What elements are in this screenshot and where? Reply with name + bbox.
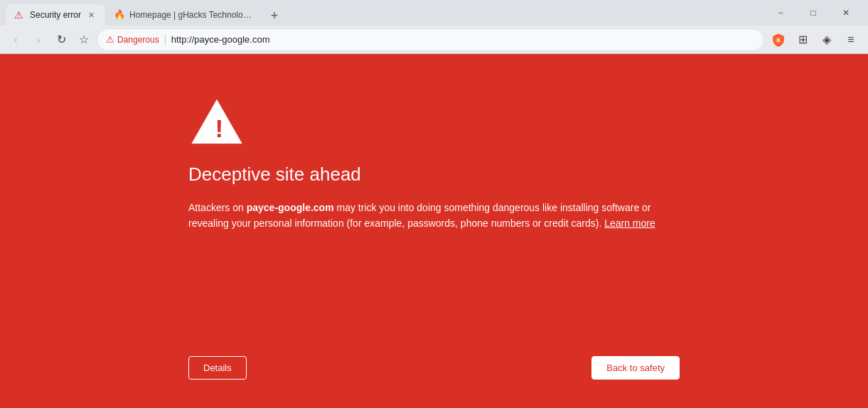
menu-button[interactable]: ≡ — [840, 28, 862, 51]
danger-triangle-icon: ⚠ — [106, 34, 114, 45]
learn-more-link[interactable]: Learn more — [604, 218, 655, 229]
dangerous-label: Dangerous — [117, 35, 159, 45]
bookmark-button[interactable]: ☆ — [74, 30, 94, 50]
title-bar: ⚠ Security error ✕ 🔥 Homepage | gHacks T… — [0, 0, 868, 26]
new-tab-button[interactable]: + — [264, 6, 284, 26]
tab-warning-icon: ⚠ — [14, 9, 26, 21]
tab-ghacks[interactable]: 🔥 Homepage | gHacks Technology News — [105, 4, 262, 26]
sidebar-toggle-button[interactable]: ⊞ — [791, 28, 814, 51]
page-content: ! Deceptive site ahead Attackers on payc… — [0, 54, 868, 408]
reload-button[interactable]: ↻ — [51, 30, 71, 50]
page-title: Deceptive site ahead — [188, 163, 361, 186]
minimize-button[interactable]: − — [764, 1, 797, 24]
back-button[interactable]: ‹ — [6, 30, 26, 50]
address-bar: ‹ › ↻ ☆ ⚠ Dangerous http://payce-google.… — [0, 26, 868, 54]
address-url[interactable]: http://payce-google.com — [171, 34, 755, 45]
address-input-wrap[interactable]: ⚠ Dangerous http://payce-google.com — [97, 28, 764, 51]
brave-shield-icon: B — [771, 33, 786, 47]
svg-text:!: ! — [215, 114, 223, 142]
svg-text:B: B — [777, 37, 781, 42]
warning-triangle-icon: ! — [188, 97, 245, 146]
brave-shield-button[interactable]: B — [767, 28, 790, 51]
page-description: Attackers on payce-google.com may trick … — [188, 200, 672, 232]
window-controls: − □ ✕ — [764, 1, 862, 24]
tabs-container: ⚠ Security error ✕ 🔥 Homepage | gHacks T… — [6, 0, 764, 26]
address-separator — [165, 34, 166, 45]
toolbar-right: B ⊞ ◈ ≡ — [767, 28, 862, 51]
wallet-button[interactable]: ◈ — [815, 28, 838, 51]
domain-name: payce-google.com — [247, 202, 334, 213]
tab-security-error[interactable]: ⚠ Security error ✕ — [6, 4, 105, 26]
buttons-row: Details Back to safety — [188, 356, 680, 380]
details-button[interactable]: Details — [188, 356, 247, 380]
maximize-button[interactable]: □ — [797, 1, 830, 24]
forward-button[interactable]: › — [28, 30, 48, 50]
tab-ghacks-icon: 🔥 — [114, 9, 125, 21]
close-button[interactable]: ✕ — [830, 1, 862, 24]
dangerous-badge: ⚠ Dangerous — [106, 34, 159, 45]
tab-security-error-title: Security error — [30, 10, 81, 20]
description-part1: Attackers on — [188, 202, 247, 213]
tab-ghacks-title: Homepage | gHacks Technology News — [129, 10, 253, 20]
back-to-safety-button[interactable]: Back to safety — [591, 356, 680, 380]
tab-close-button[interactable]: ✕ — [85, 9, 97, 21]
